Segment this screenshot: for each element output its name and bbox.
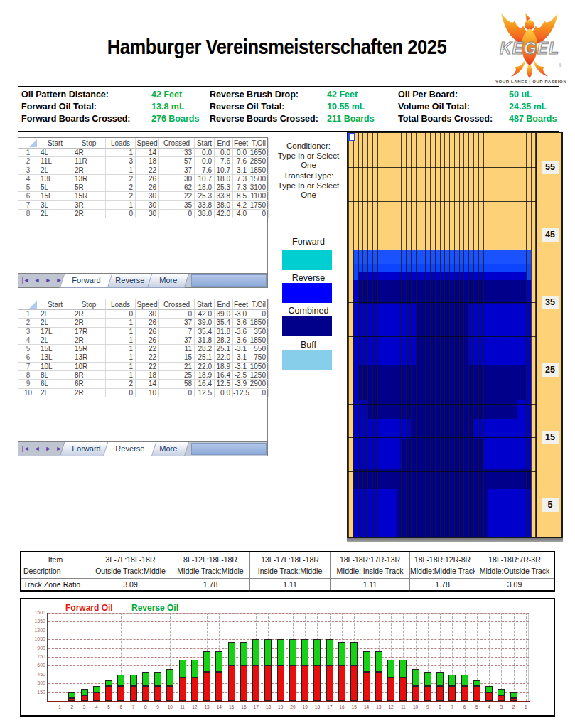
- table-row[interactable]: 96L6R2145816.412.5-3.92900: [18, 380, 267, 388]
- board-separator: [353, 133, 354, 537]
- table-row[interactable]: 42L2R1263731.828.2-3.61850: [18, 336, 267, 345]
- table-row[interactable]: 14L4R114330.00.00.01650: [18, 149, 267, 157]
- column-header: Loads: [106, 138, 136, 149]
- cell: 22: [136, 363, 159, 371]
- board-separator: [372, 133, 373, 537]
- table-row[interactable]: 317L17R126735.431.8-3.6350: [18, 328, 267, 336]
- table-row[interactable]: 613L13R1221525.122.0-3.1750: [18, 353, 267, 362]
- row-number: 10: [18, 389, 38, 397]
- cell: 1250: [249, 371, 269, 380]
- bar-forward-oil: [424, 686, 431, 701]
- cell: 37: [159, 166, 195, 175]
- cell: 7.3: [233, 183, 249, 192]
- cell: 16.4: [195, 380, 215, 388]
- info-label: Reverse Brush Drop:: [210, 90, 299, 100]
- tab-reverse[interactable]: Reverse: [103, 442, 156, 456]
- board-separator: [468, 133, 469, 537]
- bar-forward-oil: [228, 665, 235, 701]
- ratio-column: 3L-7L:18L-18ROutside Track:Middle3.09: [90, 552, 171, 590]
- table-row[interactable]: 102L2R010012.50.0-12.50: [18, 389, 267, 397]
- chart-x-tick-label: 16: [336, 705, 348, 710]
- distance-label: 25: [542, 363, 559, 377]
- table-row[interactable]: 515L15R1221128.225.1-3.1550: [18, 345, 267, 353]
- cell: 7.3: [233, 175, 249, 183]
- ratio-item: 3L-7L:18L-18R: [90, 554, 171, 565]
- cell: 14: [136, 149, 159, 157]
- table-row[interactable]: 73L3R1303533.838.04.21750: [18, 201, 267, 210]
- table-row[interactable]: 88L8R1182518.916.4-2.51250: [18, 371, 267, 380]
- board-separator: [503, 133, 503, 537]
- cell: 2L: [38, 318, 72, 327]
- board-separators: [348, 133, 536, 537]
- cell: 12.5: [195, 389, 215, 397]
- bar-forward-oil: [510, 698, 517, 701]
- horizontal-scrollbar[interactable]: [191, 274, 267, 287]
- table-row[interactable]: 413L13R2263010.718.07.31500: [18, 175, 267, 183]
- cell: -12.5: [233, 389, 249, 397]
- row-number: 2: [18, 318, 38, 327]
- cell: 33.8: [215, 192, 233, 200]
- bar-reverse-oil: [240, 642, 247, 665]
- chart-v-gridline: [526, 613, 527, 701]
- cell: 22: [136, 166, 159, 175]
- board-separator: [406, 133, 407, 537]
- first-tab-button[interactable]: |◄: [20, 274, 31, 287]
- horizontal-scrollbar[interactable]: [191, 443, 267, 455]
- chart-x-tick-label: 12: [385, 705, 397, 710]
- tab-label: Forward: [72, 274, 100, 287]
- table-row[interactable]: 211L11R318570.07.67.62850: [18, 157, 267, 166]
- cell: 8R: [72, 371, 106, 380]
- bar-forward-oil: [117, 686, 124, 701]
- cell: 58: [159, 380, 195, 388]
- table-row[interactable]: 82L2R030038.042.04.00: [18, 210, 267, 218]
- board-separator: [498, 133, 498, 537]
- cell: 0: [249, 210, 269, 218]
- prev-tab-button[interactable]: ◄: [31, 274, 43, 287]
- prev-tab-button[interactable]: ◄: [31, 442, 43, 456]
- column-header: Start: [38, 299, 72, 310]
- cell: 0: [106, 210, 136, 218]
- cell: 62: [159, 183, 195, 192]
- table-row[interactable]: 22L2R1263739.035.4-3.61850: [18, 318, 267, 327]
- tab-forward[interactable]: Forward: [60, 274, 113, 288]
- cell: 1: [106, 166, 136, 175]
- board-separator: [430, 133, 431, 537]
- bar-reverse-oil: [228, 642, 235, 665]
- chart-legend-reverse: Reverse Oil: [131, 603, 178, 613]
- legend-swatch-combined: [282, 316, 332, 336]
- next-tab-button[interactable]: ►: [43, 442, 54, 456]
- table-row[interactable]: 32L2R122377.610.73.11850: [18, 166, 267, 175]
- bar-reverse-oil: [436, 672, 444, 687]
- table-header-row: StartStopLoadsSpeedCrossedStartEndFeetT.…: [18, 299, 267, 310]
- first-tab-button[interactable]: |◄: [20, 442, 31, 456]
- distance-gridline: [348, 235, 536, 235]
- bar-forward-oil: [412, 686, 419, 701]
- row-number: 5: [18, 345, 38, 353]
- chart-y-axis: [47, 613, 48, 702]
- cell: 30: [136, 201, 159, 210]
- cell: 13R: [72, 175, 106, 183]
- cell: 11L: [38, 157, 72, 166]
- board-separator: [483, 133, 484, 537]
- conditioner-field[interactable]: Conditioner: Type In or Select One: [271, 141, 346, 171]
- chart-x-tick-label: 19: [299, 705, 311, 710]
- ratio-value: 3.09: [475, 578, 554, 590]
- transfer-type-field[interactable]: TransferType: Type In or Select One: [271, 171, 346, 200]
- distance-gridline: [348, 336, 536, 337]
- info-label: Total Boards Crossed:: [398, 114, 493, 124]
- table-row[interactable]: 710L10R1222122.018.9-3.11050: [18, 363, 267, 371]
- chart-x-tick-label: 7: [128, 705, 139, 710]
- info-label: Forward Boards Crossed:: [21, 114, 131, 124]
- board-separator: [401, 133, 402, 537]
- table-row[interactable]: 615L15R2302225.333.88.51100: [18, 192, 267, 200]
- cell: 0: [159, 210, 195, 218]
- table-row[interactable]: 12L2R030042.039.0-3.00: [18, 310, 267, 318]
- cell: 1: [106, 371, 136, 380]
- cell: 2R: [72, 310, 106, 318]
- info-label: Reverse Oil Total:: [210, 102, 284, 112]
- tab-more[interactable]: More: [147, 274, 190, 288]
- next-tab-button[interactable]: ►: [43, 274, 54, 287]
- cell: -3.0: [233, 310, 249, 318]
- distance-gridline: [348, 167, 536, 168]
- table-row[interactable]: 55L5R2266218.025.37.33100: [18, 183, 267, 192]
